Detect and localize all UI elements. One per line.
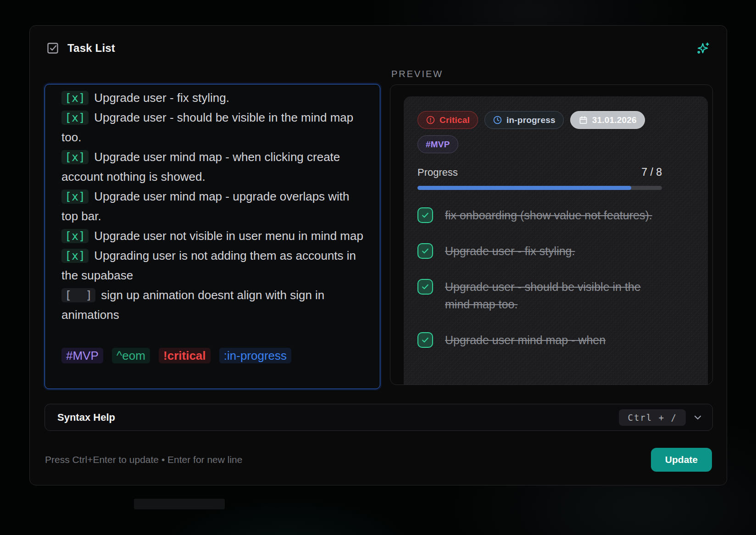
progress-fill [417, 186, 631, 190]
alert-circle-icon [426, 115, 435, 125]
calendar-icon [578, 115, 588, 125]
preview-task-text: fix onboarding (show value not features)… [445, 206, 652, 224]
check-icon [421, 282, 430, 291]
editor-task-text: sign up animation doesnt align with sign… [61, 288, 324, 322]
editor-task-line: [x]Upgrade user - should be visible in t… [61, 108, 363, 147]
editor-tag[interactable]: :in-progress [219, 348, 291, 363]
progress-bar [417, 186, 662, 190]
widget-title: Task List [67, 42, 115, 55]
check-icon [421, 246, 430, 256]
editor-task-line: [x]Upgrade user - fix styling. [61, 88, 363, 108]
checkbox-token[interactable]: [x] [61, 229, 89, 243]
clock-icon [493, 115, 502, 125]
due-date-badge-label: 31.01.2026 [592, 115, 637, 125]
preview-panel: Critical in-progress 31.01.2026 [390, 84, 713, 385]
task-list-icon [46, 42, 59, 55]
task-editor[interactable]: [x]Upgrade user - fix styling. [x]Upgrad… [44, 84, 380, 389]
preview-task-item: fix onboarding (show value not features)… [417, 206, 662, 224]
editor-task-text: Upgrade user - should be visible in the … [61, 111, 353, 144]
shortcut-hint: Ctrl + / [619, 409, 686, 426]
checked-checkbox[interactable] [417, 243, 433, 259]
status-badge: in-progress [484, 111, 564, 129]
checkbox-token[interactable]: [x] [61, 150, 89, 164]
editor-task-text: Upgrade user mind map - upgrade overlaps… [61, 189, 350, 223]
progress-label: Progress [417, 167, 458, 178]
status-badge-label: in-progress [506, 115, 556, 125]
editor-task-line: [x]Upgrade user mind map - upgrade overl… [61, 187, 363, 226]
preview-card: Critical in-progress 31.01.2026 [404, 96, 708, 385]
editor-tag[interactable]: !critical [159, 348, 211, 363]
editor-tags-row: #MVP ^eom !critical :in-progress [61, 346, 363, 366]
checkbox-token[interactable]: [x] [61, 91, 89, 105]
editor-tag[interactable]: ^eom [112, 348, 150, 363]
progress-header: Progress 7 / 8 [417, 166, 662, 178]
checkbox-token[interactable]: [x] [61, 111, 89, 125]
preview-task-item: Upgrade user - fix styling. [417, 242, 662, 260]
chevron-down-icon[interactable] [692, 412, 703, 423]
check-icon [421, 211, 430, 220]
ai-sparkles-button[interactable] [695, 41, 710, 56]
syntax-help-right: Ctrl + / [619, 409, 703, 426]
preview-badges: Critical in-progress 31.01.2026 [417, 111, 662, 153]
preview-task-item: Upgrade user - should be visible in the … [417, 278, 662, 313]
priority-badge: Critical [417, 111, 478, 129]
preview-label: PREVIEW [391, 69, 443, 79]
checkbox-token[interactable]: [ ] [61, 288, 95, 302]
check-icon [421, 335, 430, 345]
checkbox-token[interactable]: [x] [61, 249, 89, 263]
syntax-help-title: Syntax Help [57, 412, 115, 424]
editor-task-text: Upgrading user is not adding them as acc… [61, 249, 356, 282]
sparkles-icon [696, 41, 710, 55]
editor-task-line: [x]Upgrade user not visible in user menu… [61, 226, 363, 246]
preview-task-text: Upgrade user mind map - when [445, 331, 606, 349]
editor-task-text: Upgrade user mind map - when clicking cr… [61, 150, 340, 184]
editor-task-text: Upgrade user not visible in user menu in… [94, 229, 363, 243]
preview-task-text: Upgrade user - should be visible in the … [445, 278, 662, 313]
priority-badge-label: Critical [439, 115, 470, 125]
keyboard-hint: Press Ctrl+Enter to update • Enter for n… [45, 454, 242, 465]
editor-task-line: [ ]sign up animation doesnt align with s… [61, 285, 363, 325]
widget-header: Task List [46, 41, 710, 56]
due-date-badge: 31.01.2026 [570, 111, 645, 129]
task-list-widget: Task List [x]Upgrade user - fix styling.… [29, 25, 727, 485]
editor-task-line: [x]Upgrade user mind map - when clicking… [61, 147, 363, 187]
syntax-help-toggle[interactable]: Syntax Help Ctrl + / [44, 404, 713, 431]
preview-task-text: Upgrade user - fix styling. [445, 242, 575, 260]
progress-count: 7 / 8 [641, 166, 662, 178]
checked-checkbox[interactable] [417, 332, 433, 348]
editor-task-text: Upgrade user - fix styling. [94, 91, 229, 105]
checkbox-token[interactable]: [x] [61, 189, 89, 204]
checked-checkbox[interactable] [417, 279, 433, 295]
preview-task-item: Upgrade user mind map - when [417, 331, 662, 349]
tag-badge-label: #MVP [426, 139, 450, 150]
preview-task-list: fix onboarding (show value not features)… [417, 206, 662, 349]
editor-tag[interactable]: #MVP [61, 348, 103, 363]
editor-task-line: [x]Upgrading user is not adding them as … [61, 246, 363, 285]
background-shape [134, 499, 225, 509]
tag-badge: #MVP [417, 135, 458, 153]
checked-checkbox[interactable] [417, 207, 433, 223]
update-button[interactable]: Update [651, 448, 712, 472]
